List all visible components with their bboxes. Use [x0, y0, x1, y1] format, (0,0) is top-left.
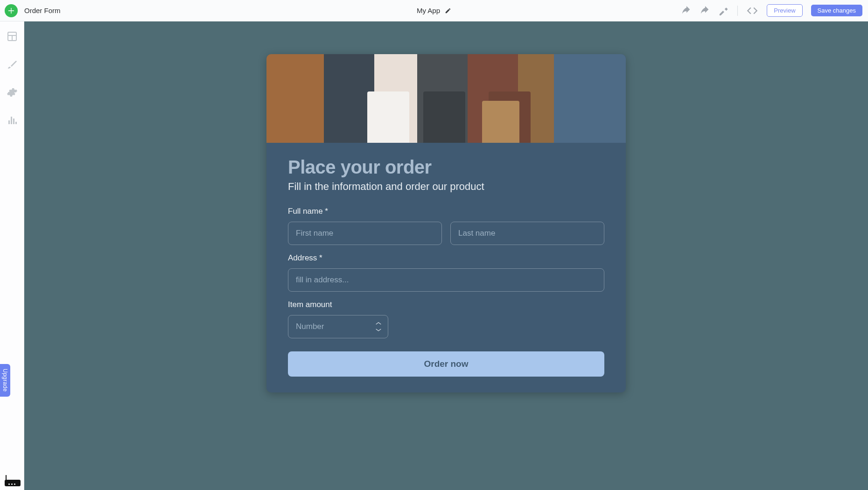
toolbar-divider: [737, 6, 738, 16]
item-amount-label: Item amount: [288, 300, 604, 309]
topbar: Order Form My App Preview Save changes: [0, 0, 868, 21]
hero-image: [266, 54, 626, 143]
preview-button[interactable]: Preview: [767, 4, 802, 17]
pencil-icon[interactable]: [445, 7, 451, 14]
brush-icon[interactable]: [7, 59, 18, 70]
form-heading: Place your order: [288, 157, 604, 178]
order-now-button[interactable]: Order now: [288, 351, 604, 377]
save-button[interactable]: Save changes: [811, 5, 862, 16]
last-name-input[interactable]: [450, 222, 604, 245]
page-title: Order Form: [24, 7, 61, 14]
address-input[interactable]: [288, 268, 604, 292]
form-subheading: Fill in the information and order our pr…: [288, 181, 604, 193]
chart-icon[interactable]: [7, 115, 18, 126]
toolbar: Preview Save changes: [681, 4, 862, 17]
upgrade-tab[interactable]: Upgrade: [0, 364, 10, 397]
first-name-input[interactable]: [288, 222, 442, 245]
address-label: Address *: [288, 253, 604, 263]
hammer-icon[interactable]: [719, 6, 729, 16]
order-form-card: Place your order Fill in the information…: [266, 54, 626, 392]
gear-icon[interactable]: [7, 87, 18, 98]
code-icon[interactable]: [746, 5, 758, 17]
app-name: My App: [417, 7, 440, 14]
full-name-label: Full name *: [288, 207, 604, 216]
chevron-down-icon[interactable]: [375, 327, 382, 333]
item-amount-stepper[interactable]: [288, 315, 388, 338]
layout-icon[interactable]: [7, 31, 18, 42]
assistant-bot-icon[interactable]: [3, 474, 21, 486]
sidebar: [0, 21, 24, 490]
logo[interactable]: [5, 4, 18, 17]
logo-icon: [7, 7, 15, 14]
redo-icon[interactable]: [700, 6, 710, 16]
chevron-up-icon[interactable]: [375, 321, 382, 326]
app-name-block[interactable]: My App: [417, 7, 451, 14]
canvas[interactable]: Place your order Fill in the information…: [24, 21, 868, 490]
undo-icon[interactable]: [681, 6, 692, 16]
